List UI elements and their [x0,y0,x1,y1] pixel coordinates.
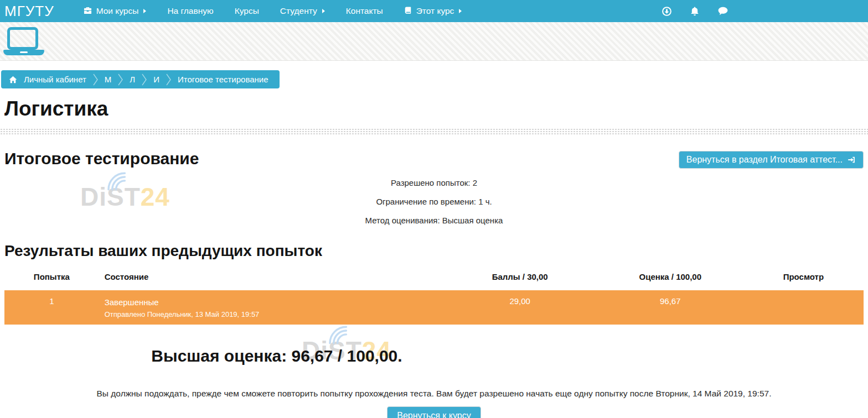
nav-item-student[interactable]: Студенту [270,0,335,22]
header-state: Состояние [99,268,443,290]
caret-right-icon [459,9,462,13]
chevron-right-icon [166,74,171,86]
caret-right-icon [322,9,325,13]
navbar-right-icons [662,6,868,17]
return-button-label: Вернуться к курсу [397,411,471,418]
back-to-section-button[interactable]: Вернуться в раздел Итоговая аттест... [679,151,864,169]
header-grade: Оценка / 100,00 [597,268,743,290]
attempts-table: Попытка Состояние Баллы / 30,00 Оценка /… [4,268,864,325]
nav-item-label: Мои курсы [96,6,139,16]
dotted-divider [0,128,868,135]
nav-item-contacts[interactable]: Контакты [335,0,394,22]
logo-mgutu[interactable]: МГУТУ [0,0,58,22]
laptop-screen [7,27,38,50]
nav-item-label: Контакты [346,6,383,16]
nav-item-my-courses[interactable]: Мои курсы [73,0,157,22]
bell-icon[interactable] [690,6,700,17]
return-to-course-button[interactable]: Вернуться к курсу [387,406,480,418]
breadcrumb-item-i[interactable]: И [153,75,159,84]
chevron-right-icon [142,74,147,86]
chevron-right-icon [118,74,123,86]
cell-grade: 96,67 [597,290,743,325]
nav-item-label: Этот курс [416,6,454,16]
quiz-title: Итоговое тестирование [4,150,199,168]
sign-in-icon [848,156,856,164]
breadcrumb-item-dashboard[interactable]: Личный кабинет [24,75,86,84]
arrow-circle-down-icon[interactable] [662,6,672,17]
best-grade-text: Высшая оценка: 96,67 / 100,00. [0,339,554,365]
chevron-right-icon [93,74,98,86]
nav-item-label: На главную [167,6,213,16]
state-label: Завершенные [105,296,437,307]
breadcrumb-item-l[interactable]: Л [130,75,135,84]
nav-item-this-course[interactable]: Этот курс [394,0,473,22]
quiz-info-section: DiST24 Разрешено попыток: 2 Ограничение … [0,173,868,231]
top-navbar: МГУТУ Мои курсы На главную Курсы Студент… [0,0,868,22]
breadcrumb-item-m[interactable]: М [105,75,112,84]
laptop-base [3,50,44,55]
nav-item-label: Курсы [235,6,259,16]
cell-marks: 29,00 [443,290,597,325]
back-button-label: Вернуться в раздел Итоговая аттест... [686,155,843,165]
results-heading: Результаты ваших предыдущих попыток [4,243,868,259]
nav-item-courses[interactable]: Курсы [224,0,270,22]
header-band [0,22,868,61]
info-grading-method: Метод оценивания: Высшая оценка [0,211,868,229]
nav-item-label: Студенту [280,6,317,16]
nav-item-home[interactable]: На главную [157,0,224,22]
caret-right-icon [143,9,146,13]
cell-attempt-number: 1 [4,290,99,325]
wait-message: Вы должны подождать, прежде чем сможете … [6,389,862,399]
home-icon[interactable] [9,76,17,83]
briefcase-icon [84,6,92,17]
info-attempts-allowed: Разрешено попыток: 2 [0,173,868,192]
best-grade-section: DiST24 Высшая оценка: 96,67 / 100,00. [0,339,554,370]
header-marks: Баллы / 30,00 [443,268,597,290]
table-header-row: Попытка Состояние Баллы / 30,00 Оценка /… [4,268,864,290]
header-review: Просмотр [743,268,864,290]
laptop-icon[interactable] [3,27,45,56]
info-time-limit: Ограничение по времени: 1 ч. [0,192,868,211]
breadcrumb: Личный кабинет М Л И Итоговое тестирован… [1,70,280,88]
state-submitted-timestamp: Отправлено Понедельник, 13 Май 2019, 19:… [105,310,437,318]
table-row: 1 Завершенные Отправлено Понедельник, 13… [4,290,864,325]
book-icon [404,6,412,17]
breadcrumb-item-current: Итоговое тестирование [178,75,268,84]
header-attempt: Попытка [4,268,99,290]
page-title: Логистика [4,98,868,121]
comment-icon[interactable] [717,6,728,16]
cell-review [743,290,864,325]
cell-state: Завершенные Отправлено Понедельник, 13 М… [99,290,443,325]
